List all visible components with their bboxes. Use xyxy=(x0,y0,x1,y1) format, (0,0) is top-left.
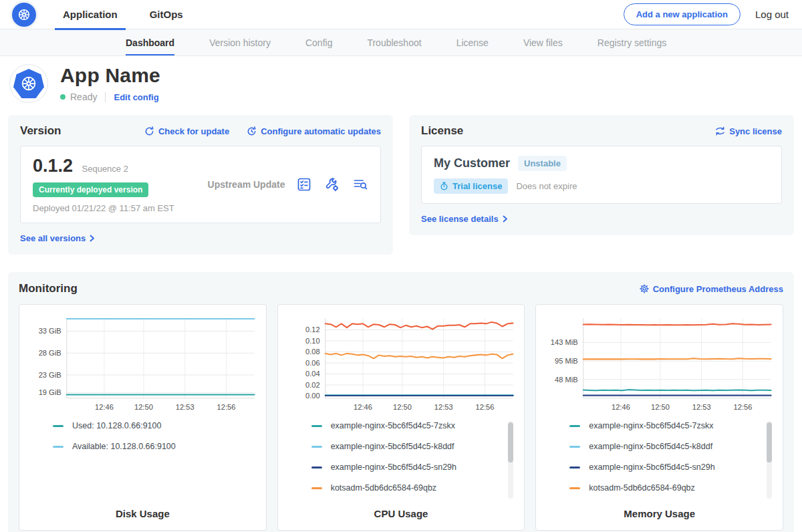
chart-title: Disk Usage xyxy=(27,508,258,519)
svg-text:19 GiB: 19 GiB xyxy=(39,388,61,396)
disk-usage-chart: 19 GiB23 GiB28 GiB33 GiB12:4612:5012:531… xyxy=(27,313,258,414)
tab-version-history[interactable]: Version history xyxy=(209,29,271,55)
memory-usage-card: 48 MiB95 MiB143 MiB12:4612:5012:5312:56 … xyxy=(535,304,783,531)
legend-swatch xyxy=(569,487,580,489)
legend-item: Used: 10.128.0.66:9100 xyxy=(53,421,258,430)
svg-text:12:46: 12:46 xyxy=(354,403,372,411)
tab-config[interactable]: Config xyxy=(305,29,332,55)
legend-label: example-nginx-5bc6f5d4c5-7zskx xyxy=(589,421,713,430)
legend-swatch xyxy=(311,446,322,448)
disk-usage-legend: Used: 10.128.0.66:9100Available: 10.128.… xyxy=(27,421,258,503)
version-card: Version Check for update Configure autom… xyxy=(8,115,393,255)
top-nav: Application GitOps Add a new application… xyxy=(0,0,802,29)
legend-label: example-nginx-5bc6f5d4c5-7zskx xyxy=(331,421,455,430)
legend-label: example-nginx-5bc6f5d4c5-k8ddf xyxy=(589,442,712,451)
legend-swatch xyxy=(569,446,580,448)
nav-tab-gitops[interactable]: GitOps xyxy=(146,0,187,29)
sync-icon xyxy=(715,126,725,136)
chevron-right-icon xyxy=(503,215,508,223)
nav-tab-application[interactable]: Application xyxy=(59,0,122,29)
tab-view-files[interactable]: View files xyxy=(523,29,563,55)
edit-config-link[interactable]: Edit config xyxy=(114,92,158,102)
tab-license[interactable]: License xyxy=(456,29,489,55)
legend-item: example-nginx-5bc6f5d4c5-k8ddf xyxy=(311,442,517,451)
legend-item: example-nginx-5bc6f5d4c5-7zskx xyxy=(569,421,775,430)
chart-title: CPU Usage xyxy=(286,508,517,519)
legend-swatch xyxy=(311,467,322,469)
config-wrench-icon[interactable] xyxy=(324,176,340,192)
monitoring-panel: Monitoring Configure Prometheus Address … xyxy=(8,272,794,532)
legend-scrollbar-thumb[interactable] xyxy=(508,422,513,462)
svg-text:0.04: 0.04 xyxy=(305,370,320,378)
memory-usage-chart: 48 MiB95 MiB143 MiB12:4612:5012:5312:56 xyxy=(544,313,775,414)
legend-label: Used: 10.128.0.66:9100 xyxy=(72,421,161,430)
current-version-row: 0.1.2 Sequence 2 Currently deployed vers… xyxy=(20,146,381,223)
see-license-details-link[interactable]: See license details xyxy=(421,214,508,224)
monitoring-title: Monitoring xyxy=(19,282,78,295)
svg-text:23 GiB: 23 GiB xyxy=(39,371,61,379)
disk-usage-card: 19 GiB23 GiB28 GiB33 GiB12:4612:5012:531… xyxy=(19,304,267,531)
check-for-update-link[interactable]: Check for update xyxy=(144,126,229,136)
configure-automatic-updates-link[interactable]: Configure automatic updates xyxy=(247,126,381,136)
page-title: App Name xyxy=(60,64,160,87)
see-all-versions-link[interactable]: See all versions xyxy=(20,233,95,243)
svg-text:12:46: 12:46 xyxy=(612,403,630,411)
tab-troubleshoot[interactable]: Troubleshoot xyxy=(367,29,421,55)
legend-item: Available: 10.128.0.66:9100 xyxy=(53,442,258,451)
version-number: 0.1.2 xyxy=(33,156,73,176)
license-type-badge: Trial license xyxy=(434,178,508,194)
svg-text:28 GiB: 28 GiB xyxy=(39,349,61,357)
stopwatch-icon xyxy=(440,182,448,190)
app-logo xyxy=(9,64,48,103)
deployed-badge: Currently deployed version xyxy=(33,182,148,197)
memory-usage-legend: example-nginx-5bc6f5d4c5-7zskxexample-ng… xyxy=(544,421,775,503)
app-sub-nav: Dashboard Version history Config Trouble… xyxy=(0,29,802,56)
svg-text:0.12: 0.12 xyxy=(305,325,320,334)
svg-text:0.02: 0.02 xyxy=(305,381,320,389)
legend-item: example-nginx-5bc6f5d4c5-k8ddf xyxy=(569,442,775,451)
svg-text:0.00: 0.00 xyxy=(305,392,320,400)
legend-scrollbar[interactable] xyxy=(767,421,772,499)
divider xyxy=(105,92,106,102)
legend-scrollbar-thumb[interactable] xyxy=(767,422,772,462)
sync-license-link[interactable]: Sync license xyxy=(715,126,782,136)
deployed-timestamp: Deployed 01/21/22 @ 11:57 am EST xyxy=(33,203,196,213)
license-card: License Sync license My Customer Unstabl… xyxy=(409,115,794,235)
tab-registry-settings[interactable]: Registry settings xyxy=(597,29,666,55)
legend-scrollbar[interactable] xyxy=(508,421,513,499)
kubernetes-app-icon xyxy=(13,69,44,98)
license-expiry-text: Does not expire xyxy=(516,181,577,191)
svg-text:33 GiB: 33 GiB xyxy=(39,327,61,335)
legend-swatch xyxy=(311,425,322,427)
legend-label: example-nginx-5bc6f5d4c5-k8ddf xyxy=(331,442,454,451)
view-logs-icon[interactable] xyxy=(352,176,368,192)
chevron-right-icon xyxy=(90,235,95,242)
svg-text:12:53: 12:53 xyxy=(176,403,194,411)
legend-item: kotsadm-5db6dc6584-69qbz xyxy=(569,483,775,493)
tab-dashboard[interactable]: Dashboard xyxy=(126,29,174,55)
logout-button[interactable]: Log out xyxy=(755,9,789,20)
svg-text:12:56: 12:56 xyxy=(475,403,494,411)
legend-label: Available: 10.128.0.66:9100 xyxy=(72,442,176,451)
cpu-usage-chart: 0.000.020.040.060.080.100.1212:4612:5012… xyxy=(286,313,517,414)
refresh-icon xyxy=(144,126,154,136)
svg-text:95 MiB: 95 MiB xyxy=(555,357,578,365)
legend-label: kotsadm-5db6dc6584-69qbz xyxy=(589,483,694,493)
svg-text:12:53: 12:53 xyxy=(692,403,711,411)
chart-title: Memory Usage xyxy=(544,508,775,519)
add-application-button[interactable]: Add a new application xyxy=(624,3,741,25)
legend-swatch xyxy=(569,425,580,427)
svg-text:12:53: 12:53 xyxy=(434,403,452,411)
kubernetes-logo-icon[interactable] xyxy=(12,3,36,27)
svg-text:143 MiB: 143 MiB xyxy=(551,338,578,346)
legend-item: example-nginx-5bc6f5d4c5-7zskx xyxy=(311,421,517,430)
legend-item: kotsadm-5db6dc6584-69qbz xyxy=(311,483,517,493)
legend-swatch xyxy=(311,487,322,489)
configure-prometheus-link[interactable]: Configure Prometheus Address xyxy=(640,284,783,294)
preflight-checks-icon[interactable] xyxy=(296,176,312,192)
svg-text:0.10: 0.10 xyxy=(305,337,320,345)
status-dot xyxy=(60,94,65,100)
customer-name: My Customer xyxy=(434,156,510,170)
gear-icon xyxy=(640,284,649,293)
legend-item: example-nginx-5bc6f5d4c5-sn29h xyxy=(311,462,517,472)
